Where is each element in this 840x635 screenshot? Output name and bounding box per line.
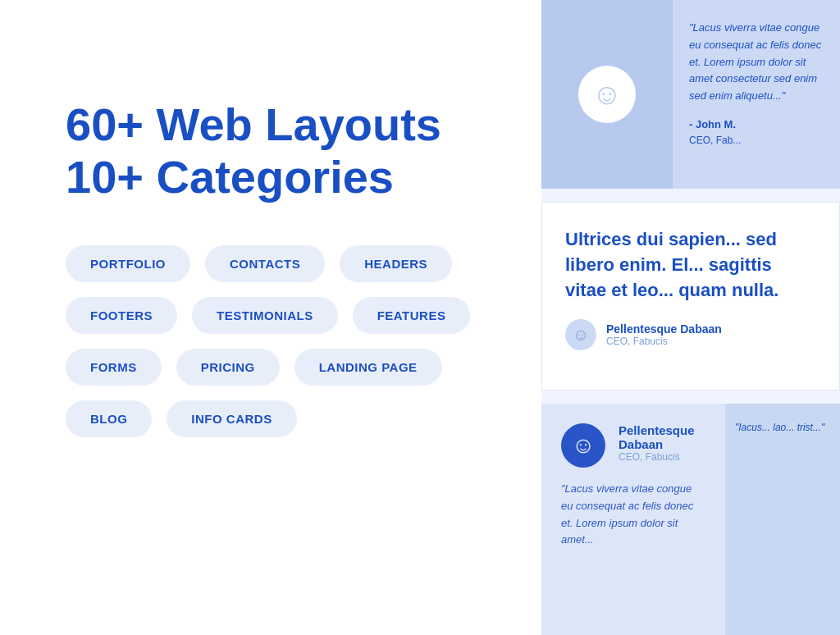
card-testimonial-top: ☺ "Lacus viverra vitae congue eu consequ… [541,0,840,189]
card2-person-info: Pellentesque Dabaan CEO, Fabucis [606,322,722,347]
tag-features[interactable]: FEATURES [353,297,471,334]
card3-quote: "Lacus viverra vitae congue eu consequat… [541,468,725,562]
tag-contacts[interactable]: CONTACTS [205,245,325,282]
tags-row-2: FOOTERS TESTIMONIALS FEATURES [66,297,492,334]
card2-headline: Ultrices dui sapien... sed libero enim. … [565,227,816,303]
person-icon: ☺ [572,432,596,459]
card3-person-info: Pellentesque Dabaan CEO, Fabucis [619,423,705,463]
tag-forms[interactable]: FORMS [66,349,162,386]
card3-right-partial: "Iacus... lao... trist..." [725,404,840,635]
headline-line1: 60+ Web Layouts [66,98,441,150]
card3-avatar: ☺ [561,423,605,468]
card1-text: "Lacus viverra vitae congue eu consequat… [673,0,840,168]
tags-row-4: BLOG INFO CARDS [66,400,492,437]
tags-row-1: PORTFOLIO CONTACTS HEADERS [66,245,492,282]
tag-landing-page[interactable]: LANDING PAGE [294,349,442,386]
headline: 60+ Web Layouts 10+ Categories [66,98,492,204]
tags-grid: PORTFOLIO CONTACTS HEADERS FOOTERS TESTI… [66,245,492,437]
card2-title: CEO, Fabucis [606,336,722,347]
tag-blog[interactable]: BLOG [66,400,152,437]
tags-row-3: FORMS PRICING LANDING PAGE [66,349,492,386]
card1-author: - John M. CEO, Fab... [689,116,824,148]
card3-right-quote: "Iacus... lao... trist..." [735,420,830,435]
person-icon: ☺ [592,77,623,112]
avatar: ☺ [578,66,636,123]
tag-headers[interactable]: HEADERS [340,245,452,282]
tag-testimonials[interactable]: TESTIMONIALS [192,297,338,334]
right-panel: ☺ "Lacus viverra vitae congue eu consequ… [541,0,840,635]
left-panel: 60+ Web Layouts 10+ Categories PORTFOLIO… [0,0,541,635]
card-testimonial-bottom: ☺ Pellentesque Dabaan CEO, Fabucis "Lacu… [541,404,725,635]
tag-footers[interactable]: FOOTERS [66,297,177,334]
card3-top: ☺ Pellentesque Dabaan CEO, Fabucis [541,404,725,468]
card3-role: CEO, Fabucis [619,451,705,463]
card2-person: ☺ Pellentesque Dabaan CEO, Fabucis [565,319,816,350]
card1-quote: "Lacus viverra vitae congue eu consequat… [689,20,824,105]
tag-portfolio[interactable]: PORTFOLIO [66,245,190,282]
tag-info-cards[interactable]: INFO CARDS [167,400,296,437]
person-icon: ☺ [573,326,589,345]
card3-name: Pellentesque Dabaan [619,423,705,451]
card2-name: Pellentesque Dabaan [606,322,722,336]
card1-avatar-area: ☺ [541,0,673,189]
card2-avatar: ☺ [565,319,596,350]
tag-pricing[interactable]: PRICING [176,349,280,386]
card-feature-middle: Ultrices dui sapien... sed libero enim. … [541,202,840,391]
headline-line2: 10+ Categories [66,151,394,203]
